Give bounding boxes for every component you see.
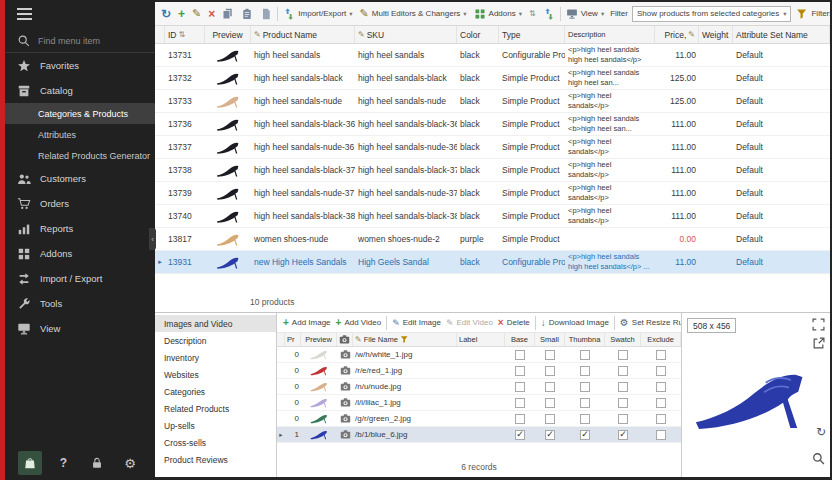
column-preview[interactable]: Preview [301, 333, 337, 346]
add-video-button[interactable]: +Add Video [336, 317, 382, 328]
column-price[interactable]: Price,✎ [655, 26, 699, 43]
delete-product-button[interactable]: × [206, 5, 217, 23]
column-sku[interactable]: ✎SKU [355, 26, 457, 43]
checkbox-small[interactable] [545, 414, 555, 424]
add-product-button[interactable]: + [176, 5, 187, 23]
delete-image-button[interactable]: ×Delete [498, 317, 530, 328]
checkbox-small[interactable] [545, 382, 555, 392]
column-weight[interactable]: Weight [699, 26, 733, 43]
image-row[interactable]: 0 /g/r/green_2.jpg [277, 411, 681, 427]
column-preview[interactable]: Preview [205, 26, 251, 43]
checkbox-exclude[interactable] [656, 430, 666, 440]
checkbox-exclude[interactable] [656, 398, 666, 408]
checkbox-base[interactable] [515, 366, 525, 376]
sidebar-search-input[interactable]: Find menu item [5, 29, 155, 53]
checkbox-swatch-checked[interactable] [618, 430, 628, 440]
checkbox-swatch[interactable] [618, 414, 628, 424]
tab-websites[interactable]: Websites [155, 366, 276, 383]
column-swatch[interactable]: Swatch [605, 333, 641, 346]
view-menu[interactable]: View ▾ [564, 6, 606, 22]
sidebar-item-attributes[interactable]: Attributes [5, 124, 155, 145]
sidebar-item-view[interactable]: View [5, 316, 155, 341]
checkbox-exclude[interactable] [656, 382, 666, 392]
sidebar-item-addons[interactable]: Addons [5, 241, 155, 266]
column-file-name[interactable]: ✎File Name [353, 333, 457, 346]
product-row[interactable]: 13737 high heel sandals-nude-36 high hee… [155, 136, 830, 159]
checkbox-thumbnail[interactable] [580, 398, 590, 408]
tab-categories[interactable]: Categories [155, 383, 276, 400]
product-row-selected[interactable]: ▸ 13931 new High Heels Sandals High Geel… [155, 251, 830, 274]
store-button[interactable] [18, 451, 42, 475]
sidebar-item-related-products-generator[interactable]: Related Products Generator [5, 145, 155, 166]
checkbox-swatch[interactable] [618, 366, 628, 376]
column-type[interactable]: Type [499, 26, 565, 43]
row-expander-icon[interactable]: ▸ [155, 258, 165, 266]
column-priority[interactable]: Pr [285, 333, 301, 346]
column-label-col[interactable]: Label [457, 333, 505, 346]
column-base[interactable]: Base [505, 333, 535, 346]
download-image-button[interactable]: ↓Download Image [541, 317, 609, 328]
column-id[interactable]: ID⇅ [165, 26, 205, 43]
image-row-selected[interactable]: ▸ 1 /b/1/blue_6.jpg [277, 427, 681, 443]
checkbox-thumbnail-checked[interactable] [580, 430, 590, 440]
sidebar-item-reports[interactable]: Reports [5, 216, 155, 241]
product-row[interactable]: 13733 high heel sandals-nude high heel s… [155, 90, 830, 113]
column-attribute-set-name[interactable]: Attribute Set Name [733, 26, 830, 43]
sidebar-item-categories-products[interactable]: Categories & Products [5, 103, 155, 124]
product-row[interactable]: 13739 high heel sandals-nude-37 high hee… [155, 182, 830, 205]
sidebar-item-orders[interactable]: Orders [5, 191, 155, 216]
tab-product-reviews[interactable]: Product Reviews [155, 451, 276, 468]
checkbox-small[interactable] [545, 398, 555, 408]
settings-button[interactable]: ⚙ [118, 451, 142, 475]
fullscreen-icon[interactable] [812, 318, 825, 331]
checkbox-exclude[interactable] [656, 414, 666, 424]
image-row[interactable]: 0 /w/h/white_1.jpg [277, 347, 681, 363]
checkbox-base[interactable] [515, 398, 525, 408]
copy-button[interactable] [220, 6, 236, 22]
lock-button[interactable] [85, 451, 109, 475]
tab-related-products[interactable]: Related Products [155, 400, 276, 417]
column-small[interactable]: Small [535, 333, 565, 346]
tab-images-and-video[interactable]: Images and Video [155, 315, 276, 332]
zoom-icon[interactable] [812, 452, 825, 465]
checkbox-swatch[interactable] [618, 350, 628, 360]
column-product-name[interactable]: ✎Product Name [251, 26, 355, 43]
checkbox-small-checked[interactable] [545, 430, 555, 440]
add-image-button[interactable]: +Add Image [283, 317, 331, 328]
sidebar-collapse-handle[interactable]: ‹ [149, 228, 156, 250]
column-color[interactable]: Color [457, 26, 499, 43]
sidebar-item-customers[interactable]: Customers [5, 166, 155, 191]
image-row[interactable]: 0 /r/e/red_1.jpg [277, 363, 681, 379]
sidebar-item-catalog[interactable]: Catalog [5, 78, 155, 103]
checkbox-thumbnail[interactable] [580, 350, 590, 360]
multi-editors-menu[interactable]: ✎ Multi Editors & Changers ▾ [358, 5, 469, 22]
sidebar-item-import-export[interactable]: Import / Export [5, 266, 155, 291]
checkbox-base[interactable] [515, 350, 525, 360]
column-exclude[interactable]: Exclude [641, 333, 681, 346]
sidebar-item-tools[interactable]: Tools [5, 291, 155, 316]
sort-descending-button[interactable] [541, 6, 557, 22]
tab-up-sells[interactable]: Up-sells [155, 417, 276, 434]
checkbox-small[interactable] [545, 350, 555, 360]
import-export-menu[interactable]: Import/Export ▾ [281, 6, 354, 22]
tab-inventory[interactable]: Inventory [155, 349, 276, 366]
hamburger-menu-icon[interactable] [5, 0, 155, 29]
row-expander-icon[interactable]: ▸ [277, 431, 285, 439]
checkbox-exclude[interactable] [656, 366, 666, 376]
product-row[interactable]: 13740 high heel sandals-black-38 high he… [155, 205, 830, 228]
product-row[interactable]: 13736 high heel sandals-black-36 high he… [155, 113, 830, 136]
set-resize-rule-button[interactable]: ⚙Set Resize Rule [620, 317, 681, 328]
checkbox-thumbnail[interactable] [580, 366, 590, 376]
duplicate-button[interactable] [258, 6, 274, 22]
checkbox-exclude[interactable] [656, 350, 666, 360]
help-button[interactable]: ? [51, 451, 75, 475]
product-row[interactable]: 13731 high heel sandals high heel sandal… [155, 44, 830, 67]
tab-cross-sells[interactable]: Cross-sells [155, 434, 276, 451]
product-row[interactable]: 13817 women shoes-nude women shoes-nude-… [155, 228, 830, 251]
product-row[interactable]: 13732 high heel sandals-black high heel … [155, 67, 830, 90]
column-description[interactable]: Description [565, 26, 655, 43]
addons-menu[interactable]: Addons ▾ [472, 6, 524, 22]
edit-product-button[interactable]: ✎ [190, 5, 203, 22]
sidebar-item-favorites[interactable]: Favorites [5, 53, 155, 78]
category-filter-select[interactable]: Show products from selected categories ▾ [632, 6, 792, 22]
